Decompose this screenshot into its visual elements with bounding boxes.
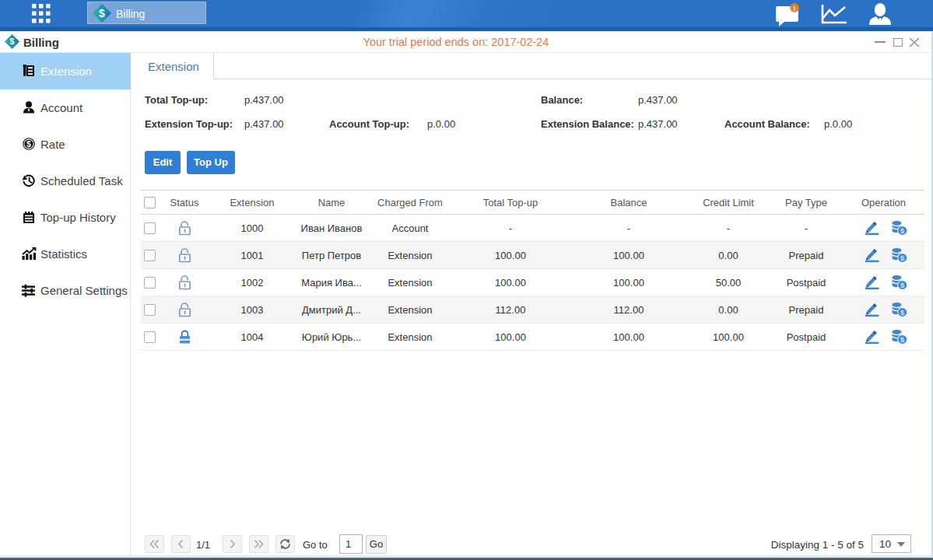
svg-text:$: $ [900, 335, 905, 344]
svg-text:$: $ [900, 281, 905, 289]
svg-text:$: $ [900, 308, 905, 317]
svg-text:!: ! [794, 5, 796, 12]
svg-text:$: $ [99, 7, 105, 19]
svg-text:$: $ [900, 254, 905, 262]
svg-text:$: $ [26, 139, 31, 149]
svg-text:$: $ [900, 226, 905, 235]
